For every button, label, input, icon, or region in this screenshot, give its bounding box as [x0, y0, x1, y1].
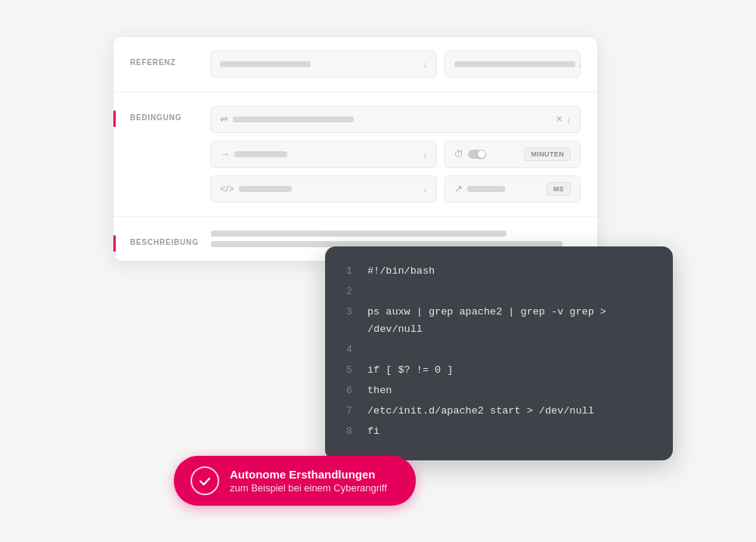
- cta-subtitle: zum Beispiel bei einem Cyberangriff: [230, 482, 387, 494]
- bedingung-label: BEDINGUNG: [130, 106, 198, 122]
- chevron-down-icon-3: ↓: [567, 115, 572, 124]
- code-line-5: 5 if [ $? != 0 ]: [346, 362, 652, 379]
- desc-content: [211, 231, 581, 247]
- trend-icon: ↗: [454, 183, 463, 194]
- code-line-2: 2: [346, 283, 652, 301]
- cta-badge: Autonome Ersthandlungen zum Beispiel bei…: [174, 456, 416, 506]
- referenz-row: REFERENZ ↓ ↓: [113, 37, 597, 92]
- referenz-field-row: ↓ ↓: [210, 51, 581, 78]
- code-line-1: 1 #!/bin/bash: [346, 263, 652, 280]
- bedingung-time-field[interactable]: ⏱ MINUTEN: [445, 141, 581, 168]
- desc-line-1: [211, 231, 507, 237]
- cta-text: Autonome Ersthandlungen zum Beispiel bei…: [230, 468, 387, 494]
- beschreibung-fields: [211, 231, 581, 247]
- minuten-unit: MINUTEN: [524, 147, 571, 161]
- form-card: REFERENZ ↓ ↓: [113, 37, 597, 261]
- clock-icon: ⏱: [454, 149, 463, 160]
- bedingung-sub-row-2: </> ↓ ↗ MS: [210, 175, 581, 203]
- referenz-label: REFERENZ: [130, 51, 198, 67]
- chevron-down-icon-4: ↓: [423, 150, 428, 159]
- bedingung-code-dropdown[interactable]: </> ↓: [210, 175, 437, 203]
- beschreibung-label: BESCHREIBUNG: [130, 231, 199, 246]
- bedingung-full-dropdown[interactable]: ⇌ ✕ ↓: [210, 106, 581, 133]
- chevron-down-icon-5: ↓: [423, 184, 428, 194]
- code-line-6: 6 then: [346, 382, 652, 400]
- bedingung-fields: ⇌ ✕ ↓ → ↓: [210, 106, 581, 203]
- bedingung-row: BEDINGUNG ⇌ ✕ ↓: [113, 92, 597, 217]
- code-line-4: 4: [346, 342, 652, 359]
- code-line-7: 7 /etc/init.d/apache2 start > /dev/null: [346, 403, 652, 420]
- ms-unit: MS: [547, 182, 571, 196]
- chevron-down-icon: ↓: [423, 60, 428, 69]
- bedingung-sub-row-1: → ↓ ⏱ MINUTEN: [210, 141, 581, 168]
- clear-icon[interactable]: ✕: [556, 114, 562, 124]
- code-icon: </>: [220, 183, 234, 194]
- code-line-3: 3 ps auxw | grep apache2 | grep -v grep …: [346, 304, 652, 339]
- bedingung-sub-dropdown-1[interactable]: → ↓: [210, 141, 437, 168]
- referenz-dropdown-2[interactable]: ↓: [445, 51, 581, 78]
- code-block: 1 #!/bin/bash 2 3 ps auxw | grep apache2…: [325, 246, 673, 460]
- chevron-down-icon-2: ↓: [578, 60, 583, 69]
- toggle-switch[interactable]: [468, 150, 486, 159]
- check-circle-icon: [191, 466, 219, 495]
- referenz-dropdown-1[interactable]: ↓: [210, 51, 437, 78]
- arrow-right-icon: →: [220, 148, 230, 160]
- arrows-icon: ⇌: [220, 113, 228, 125]
- cta-title: Autonome Ersthandlungen: [230, 468, 387, 481]
- bedingung-chart-field[interactable]: ↗ MS: [445, 175, 581, 203]
- referenz-fields: ↓ ↓: [210, 51, 581, 78]
- code-line-8: 8 fi: [346, 423, 652, 441]
